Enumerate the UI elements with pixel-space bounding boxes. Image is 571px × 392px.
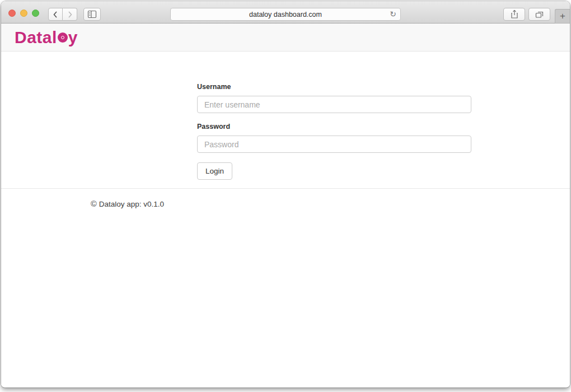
forward-button[interactable] — [63, 8, 77, 21]
copyright-icon: © — [91, 199, 97, 208]
traffic-lights — [8, 10, 39, 17]
page-content: Dataly Username Password Login © Dataloy… — [1, 24, 570, 387]
history-nav-group — [48, 8, 77, 21]
show-tabs-button[interactable] — [528, 8, 550, 21]
sidebar-toggle-button[interactable] — [83, 8, 101, 21]
address-bar[interactable]: dataloy dashboard.com ↻ — [170, 8, 401, 21]
dataloy-logo: Dataly — [15, 29, 78, 46]
share-icon — [510, 10, 519, 19]
new-tab-button[interactable]: + — [555, 9, 570, 24]
share-button[interactable] — [503, 8, 525, 21]
sidebar-icon — [87, 10, 97, 18]
plus-icon: + — [560, 11, 565, 22]
footer-divider — [1, 188, 570, 189]
browser-window: dataloy dashboard.com ↻ + — [1, 1, 570, 388]
zoom-window-button[interactable] — [32, 10, 39, 17]
refresh-icon[interactable]: ↻ — [390, 10, 396, 18]
tabs-overview-icon — [535, 10, 544, 18]
logo-o-icon — [58, 32, 68, 43]
back-button[interactable] — [48, 8, 63, 21]
chevron-right-icon — [65, 10, 74, 19]
logo-text-before: Datal — [15, 28, 57, 46]
login-button[interactable]: Login — [197, 162, 232, 180]
password-label: Password — [197, 123, 471, 130]
logo-text-after: y — [68, 28, 78, 46]
browser-toolbar: dataloy dashboard.com ↻ + — [1, 1, 570, 24]
chevron-left-icon — [51, 10, 60, 19]
url-text: dataloy dashboard.com — [249, 11, 322, 18]
site-header: Dataly — [1, 24, 570, 52]
username-input[interactable] — [197, 96, 471, 113]
password-input[interactable] — [197, 136, 471, 153]
app-version-footer: © Dataloy app: v0.1.0 — [91, 199, 164, 208]
username-label: Username — [197, 83, 471, 91]
close-window-button[interactable] — [8, 10, 16, 17]
app-version-text: Dataloy app: v0.1.0 — [99, 200, 164, 208]
minimize-window-button[interactable] — [20, 10, 27, 17]
